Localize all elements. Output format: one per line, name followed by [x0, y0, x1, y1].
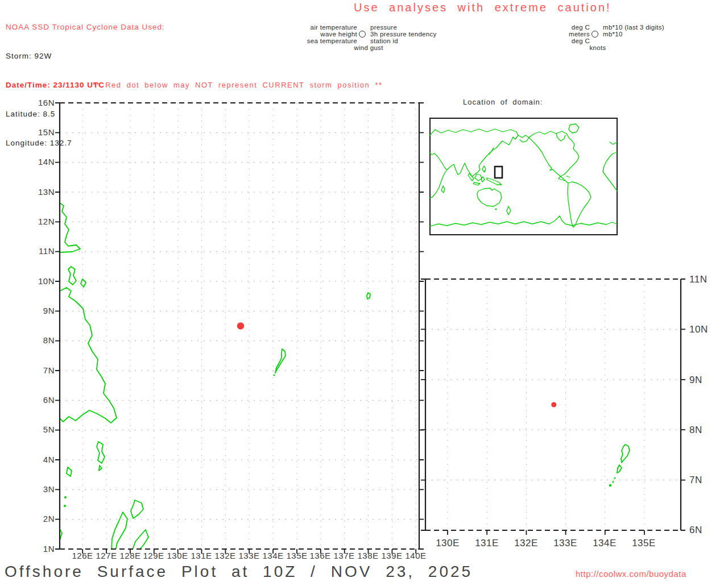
lon-tick-label: 132E [510, 538, 542, 549]
lat-tick-label: 9N [23, 306, 55, 315]
domain-inset-title: Location of domain: [463, 98, 543, 106]
legend-pressure: pressure [370, 24, 397, 31]
unit-pressure: mb*10 (last 3 digits) [603, 24, 664, 31]
lat-tick-label: 4N [23, 455, 55, 464]
storm-position-note: ** Red dot below may NOT represent CURRE… [93, 81, 383, 89]
unit-sea-temperature: deg C [506, 38, 590, 44]
world-coastlines [430, 124, 617, 227]
lat-tick-label: 11N [689, 274, 719, 285]
lat-tick-label: 6N [689, 525, 719, 536]
lat-tick-label: 9N [689, 375, 719, 386]
lat-tick-label: 14N [23, 157, 55, 167]
lat-tick-label: 8N [23, 335, 55, 345]
lat-tick-label: 12N [23, 217, 55, 226]
legend-wave-height: wave height [243, 31, 357, 38]
lat-tick-label: 11N [23, 246, 55, 256]
lon-tick-label: 140E [402, 551, 430, 560]
storm-dot [551, 402, 556, 407]
zoom-map-ticks-right [681, 279, 685, 530]
main-map-grid-vertical [82, 103, 416, 549]
zoom-map [425, 279, 681, 530]
lon-tick-label: 133E [549, 538, 581, 549]
station-circle-icon [592, 31, 598, 38]
lat-tick-label: 10N [689, 324, 719, 335]
main-map [60, 103, 419, 549]
lat-tick-label: 1N [23, 544, 55, 554]
legend-wind-gust: wind gust [337, 44, 400, 51]
lat-tick-label: 6N [23, 395, 55, 405]
caution-headline: Use analyses with extreme caution! [354, 1, 611, 14]
zoom-map-ticks-bottom [448, 530, 644, 535]
zoom-map-ticks-left [421, 279, 425, 530]
legend-sea-temperature: sea temperature [243, 38, 357, 44]
main-map-coastlines [60, 203, 370, 551]
unit-wind-gust: knots [569, 44, 627, 51]
lat-tick-label: 2N [23, 514, 55, 523]
legend-pressure-tendency: 3h pressure tendency [370, 31, 437, 38]
lon-tick-label: 135E [628, 538, 660, 549]
main-map-ticks-right [419, 103, 424, 549]
world-map-inset [430, 118, 617, 235]
lat-tick-label: 3N [23, 484, 55, 494]
legend-station-id: station id [370, 38, 398, 44]
station-circle-icon [359, 31, 366, 38]
source-url-link[interactable]: http://coolwx.com/buoydata [576, 569, 686, 579]
data-source-label: NOAA SSD Tropical Cyclone Data Used: [6, 22, 165, 32]
main-map-ticks-left [55, 103, 60, 549]
lat-tick-label: 10N [23, 276, 55, 286]
lat-tick-label: 8N [689, 425, 719, 436]
lat-tick-label: 5N [23, 425, 55, 434]
lat-tick-label: 13N [23, 187, 55, 197]
legend-air-temperature: air temperature [243, 24, 357, 31]
storm-dot [237, 322, 244, 329]
zoom-map-grid-vertical [448, 279, 644, 530]
lat-tick-label: 15N [23, 127, 55, 137]
storm-id: Storm: 92W [6, 51, 165, 61]
unit-pressure-tendency: mb*10 [603, 31, 623, 38]
lon-tick-label: 130E [432, 538, 464, 549]
unit-wave-height: meters [506, 31, 590, 38]
lat-tick-label: 16N [23, 98, 55, 107]
page-title: Offshore Surface Plot at 10Z / NOV 23, 2… [5, 563, 473, 581]
lon-tick-label: 134E [589, 538, 621, 549]
unit-air-temperature: deg C [506, 24, 590, 31]
lon-tick-label: 131E [471, 538, 503, 549]
lat-tick-label: 7N [689, 475, 719, 486]
lat-tick-label: 7N [23, 365, 55, 375]
world-map-frame [430, 118, 617, 235]
domain-location-marker [495, 167, 502, 178]
